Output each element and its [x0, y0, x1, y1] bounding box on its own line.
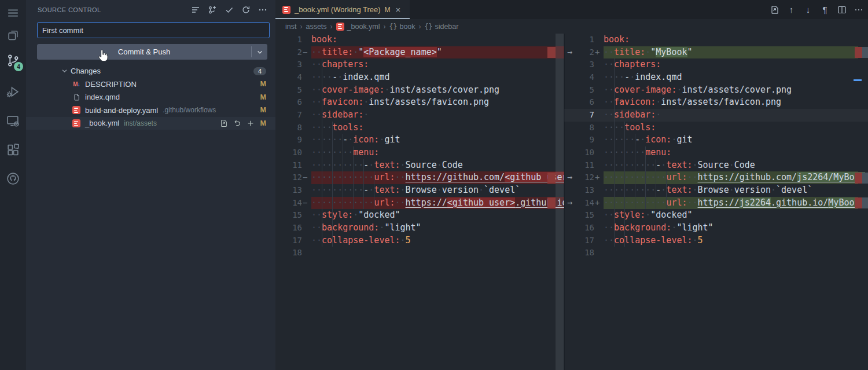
file-row-description[interactable]: M↓DESCRIPTIONM — [26, 78, 275, 91]
split-editor-icon[interactable] — [837, 5, 847, 14]
more-icon[interactable] — [854, 5, 863, 14]
diff-line[interactable]: 7··sidebar:· — [564, 109, 868, 122]
chevron-down-icon[interactable] — [252, 49, 267, 56]
diff-line[interactable]: 17··collapse-level:·5 — [275, 235, 564, 247]
line-number: 3 — [575, 58, 594, 71]
stage-plus-icon[interactable] — [247, 119, 255, 127]
diff-line[interactable]: 9······-·icon:·git — [564, 134, 868, 146]
diff-line[interactable]: 16··background:·"light" — [564, 222, 868, 235]
diff-line[interactable]: →14+············url:··https://js2264.git… — [564, 197, 868, 210]
editor-toolbar: ↑ ↓ ¶ — [770, 0, 863, 19]
next-change-icon[interactable]: ↓ — [803, 5, 813, 14]
diff-line[interactable]: 17··collapse-level:·5 — [564, 235, 868, 247]
more-icon[interactable] — [258, 5, 267, 14]
extensions-icon[interactable] — [0, 137, 26, 163]
diff-line[interactable]: 3··chapters: — [275, 58, 564, 71]
diff-sign: + — [595, 171, 599, 184]
open-changes-icon[interactable] — [770, 5, 779, 14]
diff-line[interactable]: 18 — [275, 247, 564, 259]
overview-ruler-mark — [855, 197, 862, 208]
whitespace-icon[interactable]: ¶ — [820, 5, 830, 14]
open-file-icon[interactable] — [220, 119, 228, 127]
diff-line[interactable]: →2+··title:·"MyBook" — [564, 46, 868, 59]
line-number: 13 — [275, 184, 302, 197]
diff-line[interactable]: 4····-·index.qmd — [564, 71, 868, 84]
diff-line[interactable]: 1book: — [564, 34, 868, 46]
line-number: 15 — [575, 209, 594, 222]
source-control-icon[interactable]: 4 — [0, 47, 26, 74]
file-row-build-and-deploy.yaml[interactable]: build-and-deploy.yaml.github/workflowsM — [26, 104, 275, 117]
braces-icon: {} — [389, 23, 398, 31]
yaml-file-icon — [282, 6, 290, 14]
close-icon[interactable]: × — [396, 5, 401, 14]
diff-line[interactable]: 7··sidebar:· — [275, 109, 564, 122]
diff-line[interactable]: 5··cover-image:·inst/assets/cover.png — [564, 84, 868, 97]
overview-ruler-mark — [862, 197, 868, 208]
diff-line[interactable]: 13··········-·text:·Browse·version·`deve… — [564, 184, 868, 197]
diff-line[interactable]: 3··chapters: — [564, 58, 868, 71]
editor-area: _book.yml (Working Tree) M × ↑ ↓ ¶ — [275, 0, 868, 370]
remote-explorer-icon[interactable] — [0, 108, 26, 134]
sidebar-header: SOURCE CONTROL — [26, 0, 275, 20]
changes-section-header[interactable]: Changes 4 — [26, 64, 275, 78]
overview-ruler-mark — [862, 173, 868, 184]
discard-icon[interactable] — [233, 119, 241, 127]
diff-line[interactable]: 16··background:·"light" — [275, 222, 564, 235]
view-sort-icon[interactable] — [191, 5, 200, 14]
diff-revert-arrow-icon[interactable]: → — [567, 197, 572, 210]
github-icon[interactable] — [0, 166, 26, 192]
diff-line[interactable]: →12+············url:··https://github.com… — [564, 171, 868, 184]
diff-line[interactable]: 6··favicon:·inst/assets/favicon.png — [564, 96, 868, 109]
prev-change-icon[interactable]: ↑ — [786, 5, 796, 14]
diff-line[interactable]: 10········menu: — [564, 146, 868, 159]
tab-book-yml[interactable]: _book.yml (Working Tree) M × — [275, 0, 410, 19]
diff-line[interactable]: 10········menu: — [275, 146, 564, 159]
commit-and-push-button[interactable]: Commit & Push — [37, 44, 267, 60]
file-name: build-and-deploy.yaml — [85, 106, 158, 115]
file-path: inst/assets — [124, 119, 157, 127]
diff-line[interactable]: 18 — [564, 247, 868, 259]
diff-line[interactable]: 11··········-·text:·Source·Code — [564, 159, 868, 172]
diff-line[interactable]: 15··style:·"docked" — [275, 209, 564, 222]
diff-line[interactable]: 8····tools: — [564, 122, 868, 134]
commit-check-icon[interactable] — [225, 5, 234, 14]
breadcrumb-item-sidebar[interactable]: {}sidebar — [425, 23, 459, 31]
line-number: 3 — [275, 58, 302, 71]
diff-line[interactable]: 6··favicon:·inst/assets/favicon.png — [275, 96, 564, 109]
line-number: 16 — [575, 222, 594, 235]
graph-plus-icon[interactable] — [208, 5, 217, 14]
diff-revert-arrow-icon[interactable]: → — [567, 46, 572, 59]
line-number: 13 — [575, 184, 594, 197]
file-row-_book.yml[interactable]: _book.ymlinst/assetsM — [26, 117, 275, 130]
diff-line[interactable]: 9······-·icon:·git — [275, 134, 564, 146]
diff-line[interactable]: 12−············url:··https://github.com/… — [275, 171, 564, 184]
line-number: 12 — [575, 171, 594, 184]
diff-line[interactable]: 1book: — [275, 34, 564, 46]
breadcrumb-separator: › — [419, 23, 421, 31]
line-number: 7 — [575, 109, 594, 122]
commit-message-input[interactable] — [37, 22, 270, 38]
scrollbar[interactable] — [556, 34, 564, 370]
diff-line[interactable]: 5··cover-image:·inst/assets/cover.png — [275, 84, 564, 97]
diff-line[interactable]: 4····-·index.qmd — [275, 71, 564, 84]
breadcrumb-item-book[interactable]: {}book — [389, 23, 415, 31]
diff-line[interactable]: 14−············url:··https://<github_use… — [275, 197, 564, 210]
refresh-icon[interactable] — [241, 5, 251, 14]
diff-line[interactable]: 13··········-·text:·Browse·version·`deve… — [275, 184, 564, 197]
diff-line[interactable]: 8····tools: — [275, 122, 564, 134]
diff-revert-arrow-icon[interactable]: → — [567, 171, 572, 184]
yaml-file-icon — [336, 23, 344, 31]
breadcrumb-item-inst[interactable]: inst — [285, 23, 296, 31]
file-row-index.qmd[interactable]: index.qmdM — [26, 91, 275, 104]
run-debug-icon[interactable] — [0, 79, 26, 105]
vscode-window: 4 SOURCE CONTROL — [0, 0, 868, 370]
diff-line[interactable]: 11··········-·text:·Source·Code — [275, 159, 564, 172]
breadcrumb-item--book-yml[interactable]: _book.yml — [336, 23, 380, 31]
explorer-icon[interactable] — [0, 22, 26, 48]
line-number: 2 — [575, 46, 594, 59]
breadcrumb-item-assets[interactable]: assets — [306, 23, 326, 31]
diff-line[interactable]: 15··style:·"docked" — [564, 209, 868, 222]
diff-line[interactable]: 2−··title:·"<Package_name>" — [275, 46, 564, 59]
scm-changes-badge: 4 — [14, 62, 23, 71]
overview-ruler-mark — [547, 197, 556, 208]
